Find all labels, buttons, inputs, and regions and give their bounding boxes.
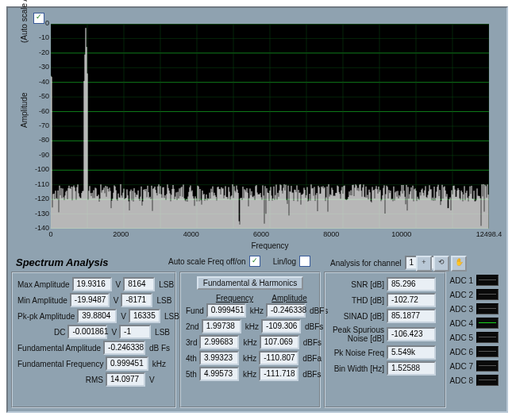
harmonic-row: 3rd2.99683kHz107.069dBFs bbox=[186, 334, 314, 350]
harm-amp[interactable]: -110.807 bbox=[259, 351, 298, 365]
autoscale-freq-checkbox[interactable]: ✓ bbox=[249, 256, 260, 267]
y-tick: -120 bbox=[32, 195, 49, 202]
bw-value[interactable]: 1.52588 bbox=[387, 361, 436, 376]
adc-legend-item[interactable]: ADC 1 bbox=[449, 273, 499, 287]
fund-amp-unit: dB Fs bbox=[149, 344, 170, 353]
x-tick: 8000 bbox=[323, 230, 339, 238]
y-axis-aux-label: (Auto scale Amp off/on) bbox=[20, 0, 29, 43]
harm-freq-header: Frequency bbox=[210, 294, 260, 302]
adc-label: ADC 5 bbox=[449, 333, 473, 342]
adc-trace-icon bbox=[476, 332, 499, 343]
min-amp-code[interactable]: -8171 bbox=[121, 293, 152, 307]
harmonic-row: Fund0.999451kHz-0.246338dBFs bbox=[186, 302, 314, 318]
adc-legend-item[interactable]: ADC 5 bbox=[449, 330, 499, 345]
x-tick: 12498.4 bbox=[476, 230, 503, 238]
controls-panel: Spectrum Analysis Auto scale Freq off/on… bbox=[11, 254, 503, 408]
y-tick: -60 bbox=[32, 107, 49, 115]
y-tick: -20 bbox=[32, 48, 49, 56]
y-axis-ticks: 0-10-20-30-40-50-60-70-80-90-100-110-120… bbox=[32, 22, 49, 227]
snr-label: SNR [dB] bbox=[330, 280, 384, 289]
fund-freq-label: Fundamental Frequency bbox=[17, 360, 103, 368]
plot-tool-icons: + ⟲ ✋ bbox=[416, 256, 467, 272]
max-amp-value[interactable]: 19.9316 bbox=[72, 277, 112, 291]
sinad-value[interactable]: 85.1877 bbox=[387, 309, 436, 323]
y-tick: -130 bbox=[32, 210, 49, 218]
harm-label: 4th bbox=[186, 354, 197, 363]
sinad-label: SINAD [dB] bbox=[330, 312, 384, 321]
rms-unit: V bbox=[149, 376, 155, 384]
plot-trace bbox=[51, 24, 489, 229]
plot-area[interactable] bbox=[51, 24, 489, 229]
adc-legend-item[interactable]: ADC 2 bbox=[449, 287, 499, 302]
adc-trace-icon bbox=[476, 360, 499, 372]
pkpk-value[interactable]: 39.8804 bbox=[77, 309, 117, 323]
harm-amp[interactable]: 107.069 bbox=[260, 335, 299, 349]
harmonic-row: 4th3.99323kHz-110.807dBFa bbox=[186, 350, 314, 366]
harmonic-row: 2nd1.99738kHz-109.306dBFs bbox=[186, 318, 314, 334]
min-amp-value[interactable]: -19.9487 bbox=[70, 293, 110, 307]
y-tick: -100 bbox=[32, 165, 49, 173]
linlog-label: Lin/log bbox=[273, 257, 296, 266]
harm-label: 5th bbox=[186, 370, 197, 379]
dc-value[interactable]: -0.001861 bbox=[67, 325, 107, 339]
psn-label: Peak SpuriousNoise [dB] bbox=[330, 326, 384, 343]
harm-amp[interactable]: -0.246338 bbox=[266, 303, 306, 318]
pan-icon[interactable]: ✋ bbox=[451, 256, 467, 272]
max-amp-code[interactable]: 8164 bbox=[123, 277, 155, 291]
panel-top-row: Spectrum Analysis Auto scale Freq off/on… bbox=[11, 254, 503, 270]
harm-label: Fund bbox=[186, 306, 204, 315]
harm-amp-unit: dBFs bbox=[302, 370, 321, 379]
fund-amp-value[interactable]: -0.246338 bbox=[103, 341, 145, 355]
reset-icon[interactable]: ⟲ bbox=[433, 256, 449, 272]
adc-legend-item[interactable]: ADC 8 bbox=[449, 373, 499, 387]
x-tick: 6000 bbox=[253, 230, 269, 238]
pkpk-label: Pk-pk Amplitude bbox=[17, 312, 75, 321]
pknf-value[interactable]: 5.549k bbox=[387, 345, 436, 360]
harm-freq-unit: kHz bbox=[243, 338, 256, 347]
amplitude-group: Max Amplitude 19.9316 V 8164 LSB Min Amp… bbox=[11, 272, 176, 408]
psn-value[interactable]: -106.423 bbox=[387, 327, 436, 341]
x-tick: 0 bbox=[48, 230, 52, 238]
harm-freq[interactable]: 4.99573 bbox=[199, 367, 239, 381]
min-amp-unit: V bbox=[114, 296, 119, 305]
harmonics-group: Fundamental & Harmonics Frequency Amplit… bbox=[179, 272, 321, 408]
harm-amp[interactable]: -109.306 bbox=[261, 319, 301, 333]
harm-freq-unit: kHz bbox=[243, 354, 256, 363]
analysis-channel-label: Analysis for channel bbox=[330, 259, 402, 268]
harm-freq[interactable]: 1.99738 bbox=[202, 319, 241, 333]
linlog-checkbox[interactable] bbox=[299, 256, 310, 267]
adc-legend-item[interactable]: ADC 4 bbox=[449, 316, 499, 330]
harm-freq-unit: kHz bbox=[245, 322, 259, 331]
harmonics-title: Fundamental & Harmonics bbox=[197, 276, 303, 290]
harm-freq-unit: kHz bbox=[250, 306, 264, 315]
adc-legend-item[interactable]: ADC 6 bbox=[449, 345, 499, 359]
snr-value[interactable]: 85.296 bbox=[387, 277, 436, 291]
thd-label: THD [dB] bbox=[330, 296, 384, 305]
max-amp-label: Max Amplitude bbox=[17, 280, 70, 289]
adc-label: ADC 7 bbox=[449, 362, 473, 371]
harm-freq[interactable]: 0.999451 bbox=[206, 303, 246, 318]
fund-freq-value[interactable]: 0.999451 bbox=[106, 356, 148, 371]
y-tick: -50 bbox=[32, 92, 49, 100]
harm-freq[interactable]: 3.99323 bbox=[199, 351, 239, 365]
max-amp-unit: V bbox=[116, 280, 121, 289]
y-tick: -10 bbox=[32, 33, 49, 41]
panel-title: Spectrum Analysis bbox=[16, 256, 109, 268]
thd-value[interactable]: -102.72 bbox=[387, 293, 436, 307]
adc-legend: ADC 1ADC 2ADC 3ADC 4ADC 5ADC 6ADC 7ADC 8 bbox=[449, 272, 499, 408]
harm-amp[interactable]: -111.718 bbox=[259, 367, 298, 381]
harm-label: 3rd bbox=[186, 338, 197, 347]
y-tick: -70 bbox=[32, 121, 49, 129]
pkpk-code[interactable]: 16335 bbox=[129, 309, 160, 323]
adc-label: ADC 3 bbox=[449, 305, 473, 314]
spectrum-chart: ✓ (Auto scale Amp off/on) Amplitude 0-10… bbox=[22, 13, 492, 249]
adc-legend-item[interactable]: ADC 3 bbox=[449, 302, 499, 316]
harmonic-row: 5th4.99573kHz-111.718dBFs bbox=[186, 366, 314, 382]
dc-code[interactable]: -1 bbox=[119, 325, 151, 339]
x-tick: 10000 bbox=[391, 230, 411, 238]
harm-freq[interactable]: 2.99683 bbox=[199, 335, 239, 349]
zoom-icon[interactable]: + bbox=[416, 256, 432, 272]
adc-legend-item[interactable]: ADC 7 bbox=[449, 359, 499, 373]
rms-value[interactable]: 14.0977 bbox=[106, 372, 145, 387]
autoscale-freq-label: Auto scale Freq off/on bbox=[168, 257, 246, 266]
